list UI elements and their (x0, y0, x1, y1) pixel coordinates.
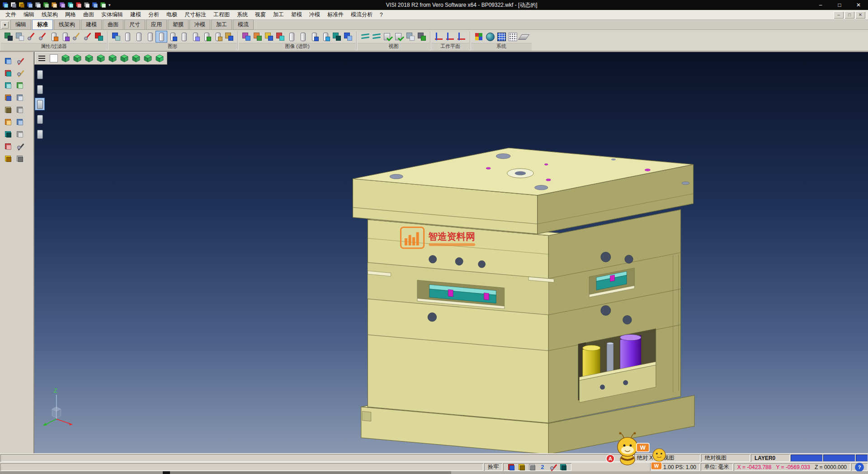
pencil-icon[interactable] (15, 69, 24, 78)
app-logo-icon[interactable] (2, 1, 9, 9)
menu-item-编辑[interactable]: 编辑 (20, 10, 38, 19)
mdi-close-button[interactable]: ✕ (855, 11, 865, 19)
strip-icon-5[interactable] (35, 128, 44, 140)
strip-icon-1[interactable] (35, 68, 44, 80)
analysis-icon[interactable] (559, 463, 568, 472)
menu-item-模流分析[interactable]: 模流分析 (347, 10, 376, 19)
cylinder-icon-5[interactable] (286, 31, 297, 42)
clipboard-icon[interactable] (528, 463, 537, 472)
iso-view-icon-7[interactable] (131, 53, 142, 64)
menu-item-冲模[interactable]: 冲模 (306, 10, 324, 19)
iso-view-icon-active[interactable] (154, 53, 165, 64)
menu-item-?[interactable]: ? (376, 10, 387, 19)
strip-icon-2[interactable] (35, 83, 44, 95)
menu-item-标准件[interactable]: 标准件 (324, 10, 347, 19)
plane-icon[interactable] (519, 31, 529, 42)
palette-icon[interactable] (473, 31, 484, 42)
cylinder-blue-icon[interactable] (167, 31, 178, 42)
profile-2-icon[interactable]: 2 (538, 463, 547, 472)
help-doc-icon[interactable] (91, 1, 99, 9)
dimension-check-icon[interactable] (394, 31, 405, 42)
tab-模流[interactable]: 模流 (233, 19, 254, 30)
strip-icon-4[interactable] (35, 113, 44, 125)
snap-grid-icon[interactable] (507, 31, 518, 42)
image-adv-icon[interactable] (252, 31, 263, 42)
key-icon[interactable] (517, 463, 526, 472)
open-file-icon[interactable] (18, 1, 25, 9)
help-icon[interactable]: ? (855, 463, 864, 472)
menu-item-加工[interactable]: 加工 (269, 10, 288, 19)
new-file-icon[interactable] (10, 1, 17, 9)
mdi-restore-button[interactable]: □ (844, 11, 854, 19)
globe-icon[interactable] (485, 31, 495, 42)
shade-icon[interactable] (275, 31, 286, 42)
iso-view-icon-6[interactable] (119, 53, 130, 64)
gray-tool-icon[interactable] (15, 154, 24, 163)
status-blue-bar-1[interactable] (791, 455, 822, 461)
menu-item-曲面[interactable]: 曲面 (80, 10, 98, 19)
layer-segment[interactable]: LAYER0 (751, 454, 790, 462)
doc-green-icon[interactable] (15, 81, 24, 90)
status-blue-bar-2[interactable] (823, 455, 855, 461)
menu-item-系统[interactable]: 系统 (233, 10, 251, 19)
cylinder-icon-6[interactable] (297, 31, 308, 42)
workplane-icon[interactable] (434, 31, 444, 42)
qat-dropdown-icon[interactable]: ▾ (108, 3, 111, 7)
minimize-button[interactable]: – (811, 0, 830, 10)
tab-标准[interactable]: 标准 (32, 19, 53, 30)
tab-尺寸[interactable]: 尺寸 (124, 19, 145, 30)
trim-icon[interactable] (37, 31, 48, 42)
plate-icon[interactable] (15, 130, 24, 139)
iso-view-icon-1[interactable] (60, 53, 71, 64)
options-icon[interactable] (83, 1, 90, 9)
menu-item-尺寸标注[interactable]: 尺寸标注 (181, 10, 210, 19)
barrel-icon[interactable] (4, 105, 13, 114)
tab-加工[interactable]: 加工 (211, 19, 232, 30)
save-icon[interactable] (26, 1, 33, 9)
cylinder-active-icon[interactable] (156, 31, 167, 42)
cube-teal-icon[interactable] (331, 31, 342, 42)
status-blue-bar-3[interactable] (856, 455, 868, 461)
solid-layer-icon[interactable] (60, 31, 71, 42)
iso-view-icon-8[interactable] (142, 53, 153, 64)
menu-item-工程图[interactable]: 工程图 (210, 10, 233, 19)
iso-view-icon-4[interactable] (95, 53, 106, 64)
view-gear-icon[interactable] (416, 31, 427, 42)
filter-plus-icon[interactable] (94, 31, 104, 42)
grid-blue-icon[interactable] (496, 31, 507, 42)
lock-toggle[interactable]: 拴牢 (484, 463, 502, 471)
menu-item-建模[interactable]: 建模 (127, 10, 145, 19)
printer-icon[interactable] (14, 31, 25, 42)
tab-冲模[interactable]: 冲模 (189, 19, 210, 30)
image-icon[interactable] (241, 31, 252, 42)
units-segment[interactable]: 单位: 毫米 (701, 463, 733, 471)
iso-view-icon-2[interactable] (72, 53, 83, 64)
pan-icon[interactable] (371, 31, 382, 42)
redo-icon[interactable] (42, 1, 50, 9)
attribute-brush-icon[interactable] (3, 31, 14, 42)
menu-item-分析[interactable]: 分析 (145, 10, 163, 19)
tab-曲面[interactable]: 曲面 (103, 19, 123, 30)
wave-tool-icon[interactable] (4, 130, 13, 139)
tab-应用[interactable]: 应用 (146, 19, 167, 30)
dynamic-section-icon[interactable] (309, 31, 320, 42)
doc-gray-icon[interactable] (15, 93, 24, 102)
panel-icon[interactable] (15, 118, 24, 127)
strip-icon-3-selected[interactable] (35, 98, 44, 110)
export-icon[interactable] (99, 1, 107, 9)
cylinder-icon-2[interactable] (133, 31, 144, 42)
erase-icon[interactable] (4, 69, 13, 78)
viewbar-menu-icon[interactable] (37, 53, 47, 64)
measure-check-icon[interactable] (382, 31, 393, 42)
surface-tool-icon[interactable] (4, 81, 13, 90)
render-icon[interactable] (264, 31, 274, 42)
tab-塑膜[interactable]: 塑膜 (168, 19, 189, 30)
undo-icon[interactable] (51, 1, 58, 9)
menu-item-文件[interactable]: 文件 (2, 10, 20, 19)
cylinder-icon-3[interactable] (145, 31, 156, 42)
viewbar-display-icon[interactable] (48, 53, 59, 64)
snap-settings-icon[interactable] (507, 463, 516, 472)
graphics-star-icon[interactable] (224, 31, 235, 42)
cylinder-ghost-icon[interactable] (190, 31, 201, 42)
workplane-align-icon[interactable] (456, 31, 467, 42)
